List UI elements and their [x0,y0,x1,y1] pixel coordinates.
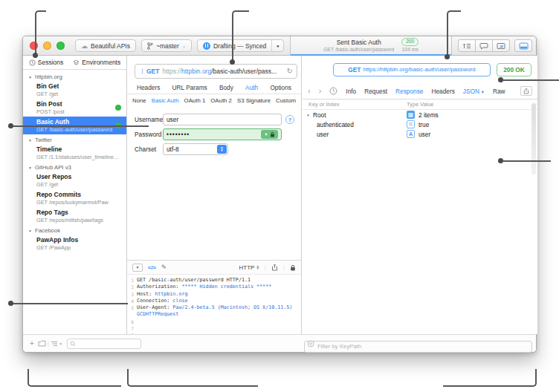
pencil-icon[interactable]: ✎ [161,264,167,271]
json-value-cell: 01 true [407,120,429,128]
response-tab-json[interactable]: JSON ▼ [463,88,485,95]
comment-button[interactable] [475,39,493,52]
code-line: 5User-Agent: Paw/2.4-beta.5 (Macintosh; … [127,304,301,311]
record-button[interactable]: ● [271,40,283,51]
pane-collapse-button[interactable]: ▼ [132,264,143,272]
callout-dot-response-body [498,158,503,163]
response-tab-raw[interactable]: Raw [493,88,505,95]
group-facebook[interactable]: ▼Facebook [23,225,126,235]
request-url-bar[interactable]: ⋮ GET https:// httpbin.org /basic-auth/u… [135,64,297,79]
callout-line-status [503,79,559,81]
status-dot [115,105,121,111]
format-select[interactable]: HTTP ▲▼ [239,264,259,271]
bottom-panel-icon [519,42,529,50]
http-preview[interactable]: 1GET /basic-auth/user/password HTTP/1.1 … [127,275,301,334]
request-item-pawapp-infos[interactable]: PawApp Infos GET /PawApp [23,235,126,252]
disclosure-icon[interactable]: ▼ [306,113,310,117]
response-tab-request[interactable]: Request [364,88,387,95]
new-window-icon [497,42,505,50]
tab-environments[interactable]: Environments [73,59,120,66]
add-request-button[interactable]: + [30,339,34,347]
json-value: 2 items [419,111,439,119]
request-item-bin-get[interactable]: Bin Get GET /get [23,81,126,99]
response-tab-headers[interactable]: Headers [431,88,454,95]
code-line: 1GET /basic-auth/user/password HTTP/1.1 [127,277,301,284]
auth-tab-basic[interactable]: Basic Auth [152,97,179,104]
sidebar-search-input[interactable] [77,340,137,347]
tab-auth[interactable]: Auth [245,84,258,91]
tab-options[interactable]: Options [270,84,291,91]
toolbar-button-group [458,39,510,52]
forward-icon[interactable]: › [319,87,322,95]
json-row-user[interactable]: user A user [303,129,537,139]
branch-selector[interactable]: ~master ⌄ [141,39,192,52]
request-tab[interactable]: Sent Basic Auth GET /basic-auth/user/pas… [290,36,452,55]
git-branch-icon [147,42,153,50]
callout-line-response-body [503,160,551,162]
group-twitter[interactable]: ▼Twitter [23,134,126,144]
reload-icon[interactable]: ↻ [287,68,293,75]
charset-row: Charset utf-8 ▲▼ [135,143,301,155]
lock-icon [270,131,275,137]
response-tab-response[interactable]: Response [395,88,423,95]
auth-tab-custom[interactable]: Custom [276,97,296,104]
password-field[interactable]: •••••••• ▼ [163,128,282,140]
secure-value-token[interactable]: ▼ [261,130,278,139]
share-icon[interactable] [271,264,278,271]
request-name: Timeline [36,146,120,154]
username-field[interactable]: user [163,114,282,125]
share-button[interactable] [520,86,532,96]
tab-url-params[interactable]: URL Params [172,84,207,91]
search-icon [70,341,76,347]
basic-auth-form: Username user ? Password •••••••• ▼ [127,106,301,155]
lock-icon[interactable] [290,264,296,271]
request-name: Bin Get [36,82,120,91]
charset-select[interactable]: utf-8 ▲▼ [163,143,228,155]
auth-tab-none[interactable]: None [132,97,146,104]
code-view-button[interactable]: </> [148,264,156,271]
request-tab-subtitle: GET /basic-auth/user/password [323,46,394,53]
disclosure-icon: ▼ [28,75,32,79]
cloud-icon: ☁ [81,42,88,50]
status-code-box: 200 OK [497,63,531,76]
method-handle-icon: ⋮ [140,68,145,74]
tab-sessions[interactable]: Sessions [29,59,64,66]
help-icon[interactable]: ? [285,115,294,124]
group-github[interactable]: ▼GitHub API v3 [23,162,126,172]
back-icon[interactable]: ‹ [308,87,311,95]
callout-line-password [11,125,149,127]
json-row-authenticated[interactable]: authenticated 01 true [303,120,537,129]
callout-dot-response-url [445,54,450,59]
bottom-bar: + | ▼ [23,334,536,352]
request-item-repo-commits[interactable]: Repo Commits GET /repos/luckymarmot/Paw [23,189,126,207]
request-item-bin-post[interactable]: Bin Post POST /post [23,99,126,117]
request-item-repo-tags[interactable]: Repo Tags GET /repos/mittsh/paw/tags [23,207,126,225]
auth-tab-s3[interactable]: S3 Signature [237,97,271,104]
history-clock-icon[interactable] [329,87,337,95]
request-item-user-repos[interactable]: User Repos GET /get [23,172,126,189]
tab-headers[interactable]: Headers [137,84,160,91]
toggle-bottom-panel-button[interactable] [514,39,532,52]
code-line: 7 [127,325,301,332]
json-row-root[interactable]: ▼ Root ▦ 2 items [303,110,537,120]
sidebar-search-field[interactable] [67,339,141,349]
response-url-box[interactable]: GET https://httpbin.org/basic-auth/user/… [333,63,491,76]
auth-type-tabs: None Basic Auth OAuth 1 OAuth 2 S3 Signa… [127,94,301,106]
group-httpbin[interactable]: ▼httpbin.org [23,71,126,81]
new-group-button[interactable] [38,340,46,347]
request-item-timeline[interactable]: Timeline GET /1.1/statuses/user_timeline… [23,144,126,162]
new-window-button[interactable] [492,39,510,52]
zoom-window-button[interactable] [56,42,65,50]
auth-tab-oauth2[interactable]: OAuth 2 [210,97,232,104]
response-tab-info[interactable]: Info [346,88,356,95]
cloud-project-button[interactable]: ☁ Beautiful APIs [75,39,136,52]
request-name: Bin Post [36,100,120,108]
status-code-label: 200 OK [503,66,525,74]
keypath-filter-input[interactable] [304,341,532,353]
scrollbar[interactable] [531,103,536,174]
callout-dot-password [8,123,13,128]
auth-tab-oauth1[interactable]: OAuth 1 [184,97,206,104]
tab-body[interactable]: Body [219,84,233,91]
sort-filter-button[interactable]: ▼ [51,341,62,347]
request-detail: GET /repos/luckymarmot/Paw [36,199,120,206]
